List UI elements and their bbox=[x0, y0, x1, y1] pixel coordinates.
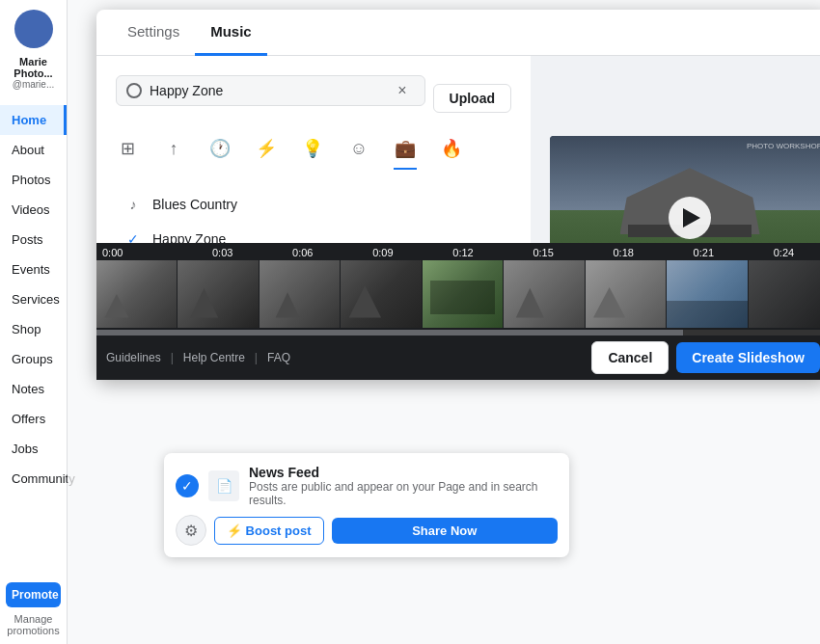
timeline-thumbnails bbox=[96, 260, 820, 328]
music-note-icon: ♪ bbox=[123, 197, 143, 212]
footer-links: Guidelines | Help Centre | FAQ bbox=[106, 351, 290, 364]
search-box: × bbox=[116, 75, 425, 106]
scrubber-fill bbox=[96, 330, 683, 335]
footer-bar: Guidelines | Help Centre | FAQ Cancel Cr… bbox=[96, 335, 820, 380]
trending-icon[interactable]: ↑ bbox=[162, 137, 185, 160]
sidebar-item-jobs[interactable]: Jobs bbox=[0, 434, 67, 464]
music-item-label: Blues Country bbox=[152, 197, 237, 212]
sidebar-item-home[interactable]: Home bbox=[0, 105, 67, 135]
main-content: Settings Music × Upload ⊞ bbox=[68, 0, 820, 644]
timeline-thumb-3 bbox=[260, 260, 341, 328]
sidebar-item-community[interactable]: Community bbox=[0, 464, 67, 494]
share-now-button[interactable]: Share Now bbox=[332, 518, 559, 544]
tab-music[interactable]: Music bbox=[195, 10, 267, 56]
emoji-icon[interactable]: ☺ bbox=[347, 137, 370, 160]
timestamp-1: 0:03 bbox=[182, 247, 262, 258]
notification-title: News Feed bbox=[249, 465, 558, 480]
avatar bbox=[14, 10, 53, 48]
timeline-thumb-4 bbox=[341, 260, 422, 328]
timestamp-2: 0:06 bbox=[262, 247, 342, 258]
timeline-thumb-9 bbox=[749, 260, 821, 328]
timeline-thumb-2 bbox=[178, 260, 259, 328]
help-centre-link[interactable]: Help Centre bbox=[183, 351, 245, 364]
briefcase-icon[interactable]: 💼 bbox=[394, 137, 417, 160]
sidebar-item-offers[interactable]: Offers bbox=[0, 404, 67, 434]
sidebar-item-photos[interactable]: Photos bbox=[0, 165, 67, 195]
settings-gear-button[interactable]: ⚙ bbox=[176, 515, 206, 546]
timeline-section: 0:00 0:03 0:06 0:09 0:12 0:15 0:18 0:21 … bbox=[96, 243, 820, 380]
sidebar: MariePhoto... @marie... Home About Photo… bbox=[0, 0, 68, 644]
page-handle: @marie... bbox=[13, 79, 55, 90]
notification-bar: ✓ 📄 News Feed Posts are public and appea… bbox=[164, 453, 569, 557]
music-modal: Settings Music × Upload ⊞ bbox=[96, 10, 820, 380]
fire-icon[interactable]: 🔥 bbox=[440, 137, 463, 160]
notification-page-icon: 📄 bbox=[208, 470, 239, 501]
timeline-thumb-1 bbox=[96, 260, 178, 328]
video-watermark: PHOTO WORKSHOP bbox=[747, 142, 820, 150]
notification-actions: ⚙ ⚡ Boost post Share Now bbox=[176, 515, 558, 546]
footer-actions: Cancel Create Slideshow bbox=[591, 341, 820, 374]
play-button[interactable] bbox=[669, 197, 711, 239]
lightning-icon[interactable]: ⚡ bbox=[255, 137, 278, 160]
search-row: × Upload bbox=[116, 75, 511, 121]
sidebar-item-services[interactable]: Services bbox=[0, 284, 67, 314]
mood-icon[interactable]: 💡 bbox=[301, 137, 324, 160]
notification-text: News Feed Posts are public and appear on… bbox=[249, 465, 558, 507]
timeline-timestamps: 0:00 0:03 0:06 0:09 0:12 0:15 0:18 0:21 … bbox=[96, 243, 820, 260]
separator-1: | bbox=[171, 351, 174, 364]
guidelines-link[interactable]: Guidelines bbox=[106, 351, 161, 364]
timestamp-8: 0:24 bbox=[744, 247, 820, 258]
timestamp-0: 0:00 bbox=[102, 247, 182, 258]
sidebar-item-shop[interactable]: Shop bbox=[0, 314, 67, 344]
manage-promotions-link[interactable]: Manage promotions bbox=[6, 613, 61, 636]
sidebar-item-videos[interactable]: Videos bbox=[0, 195, 67, 225]
notification-check-icon: ✓ bbox=[176, 474, 199, 497]
page-name: MariePhoto... bbox=[10, 56, 56, 79]
timeline-scrubber[interactable] bbox=[96, 330, 820, 335]
notification-description: Posts are public and appear on your Page… bbox=[249, 480, 558, 507]
sidebar-item-events[interactable]: Events bbox=[0, 255, 67, 284]
recent-icon[interactable]: 🕐 bbox=[208, 137, 232, 160]
search-icon bbox=[126, 83, 142, 98]
create-slideshow-button[interactable]: Create Slideshow bbox=[676, 342, 820, 373]
sidebar-nav: Home About Photos Videos Posts Events Se… bbox=[0, 105, 67, 494]
music-search-input[interactable] bbox=[150, 83, 397, 98]
timeline-thumb-7 bbox=[586, 260, 667, 328]
cancel-button[interactable]: Cancel bbox=[591, 341, 669, 374]
boost-post-button[interactable]: ⚡ Boost post bbox=[214, 517, 324, 545]
grid-icon[interactable]: ⊞ bbox=[116, 137, 139, 160]
separator-2: | bbox=[255, 351, 258, 364]
timeline-thumb-8 bbox=[667, 260, 748, 328]
sidebar-item-posts[interactable]: Posts bbox=[0, 225, 67, 255]
tab-settings[interactable]: Settings bbox=[112, 10, 195, 56]
timeline-thumb-5 bbox=[423, 260, 504, 328]
modal-tabs: Settings Music bbox=[96, 10, 820, 56]
sidebar-item-notes[interactable]: Notes bbox=[0, 374, 67, 404]
upload-button[interactable]: Upload bbox=[433, 84, 511, 113]
notification-top: ✓ 📄 News Feed Posts are public and appea… bbox=[176, 465, 558, 507]
timestamp-7: 0:21 bbox=[664, 247, 744, 258]
play-triangle-icon bbox=[683, 208, 700, 228]
clear-icon[interactable]: × bbox=[397, 82, 406, 99]
timestamp-6: 0:18 bbox=[584, 247, 664, 258]
promote-button[interactable]: Promote bbox=[6, 582, 61, 607]
category-icons: ⊞ ↑ 🕐 ⚡ 💡 ☺ 💼 🔥 bbox=[116, 137, 511, 168]
timestamp-3: 0:09 bbox=[342, 247, 423, 258]
timeline-thumb-6 bbox=[504, 260, 585, 328]
music-item-blues-country[interactable]: ♪ Blues Country bbox=[116, 187, 511, 222]
timestamp-5: 0:15 bbox=[504, 247, 584, 258]
sidebar-item-about[interactable]: About bbox=[0, 135, 67, 165]
timestamp-4: 0:12 bbox=[423, 247, 503, 258]
faq-link[interactable]: FAQ bbox=[267, 351, 290, 364]
sidebar-item-groups[interactable]: Groups bbox=[0, 344, 67, 374]
